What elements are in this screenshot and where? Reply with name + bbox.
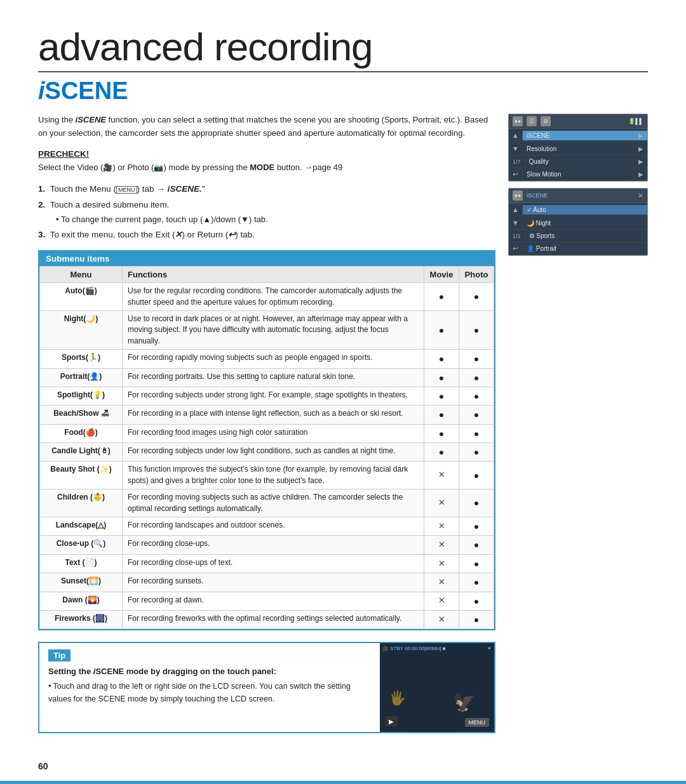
- page-subtitle: iSCENE: [38, 77, 648, 105]
- tip-cam-menu-btn: MENU: [465, 718, 490, 727]
- col-movie: Movie: [424, 267, 459, 283]
- table-row: Dawn (🌄)For recording at dawn.✕●: [40, 592, 494, 610]
- cam-panel-1: ●● ☰ ⚙ 🔋▌▌ ▲ iSCENE▶ ▼ Resolution▶ 1/7: [508, 114, 648, 182]
- precheck-text: Select the Video (🎥) or Photo (📷) mode b…: [38, 161, 495, 175]
- table-row: Landscape(△)For recording landscapes and…: [40, 517, 494, 536]
- table-row: Beauty Shot (✨)This function improves th…: [40, 462, 494, 489]
- col-functions: Functions: [123, 267, 424, 283]
- submenu-table: Menu Functions Movie Photo Auto(🎬)Use fo…: [39, 266, 494, 629]
- precheck-title: PRECHECK!: [38, 149, 495, 159]
- step-2: 2. Touch a desired submenu item.: [38, 198, 495, 213]
- table-row: Fireworks (🎆)For recording fireworks wit…: [40, 611, 494, 629]
- table-row: Portrait(👤)For recording portraits. Use …: [40, 368, 494, 387]
- step-3: 3. To exit the menu, touch the Exit (✕) …: [38, 228, 495, 243]
- precheck-section: PRECHECK! Select the Video (🎥) or Photo …: [38, 149, 495, 175]
- page-number: 60: [38, 761, 48, 771]
- tip-header: Tip: [48, 649, 71, 661]
- tip-text: • Touch and drag to the left or right si…: [48, 680, 371, 705]
- intro-text: Using the iSCENE function, you can selec…: [38, 114, 495, 140]
- step-1: 1. Touch the Menu (MENU) tab → iSCENE.": [38, 182, 495, 197]
- table-row: Children (👶)For recording moving subject…: [40, 489, 494, 517]
- tip-camera-mockup: 🎥 STBY 00:00:00 [80Min] ■ ✶ 🦅 🖐 ▶ MENU: [380, 643, 494, 732]
- steps-section: 1. Touch the Menu (MENU) tab → iSCENE." …: [38, 182, 495, 243]
- table-row: Sports(🏃)For recording rapidly moving su…: [40, 350, 494, 368]
- table-row: Night(🌙)Use to record in dark places or …: [40, 310, 494, 349]
- table-row: Sunset(🌅)For recording sunsets.✕●: [40, 573, 494, 592]
- bottom-line: [0, 781, 686, 784]
- table-row: Spotlight(💡)For recording subjects under…: [40, 387, 494, 405]
- submenu-header: Submenu items: [39, 251, 494, 266]
- col-menu: Menu: [40, 267, 123, 283]
- col-photo: Photo: [459, 267, 494, 283]
- tip-section: Tip Setting the iSCENE mode by dragging …: [38, 642, 495, 733]
- table-row: Beach/Show 🏖For recording in a place wit…: [40, 406, 494, 424]
- tip-cam-play-btn: ▶: [385, 716, 398, 727]
- page-title: advanced recording: [38, 25, 648, 72]
- tip-title: Setting the iSCENE mode by dragging on t…: [48, 667, 371, 676]
- table-row: Candle Light(🕯)For recording subjects un…: [40, 443, 494, 462]
- table-row: Food(🍎)For recording food images using h…: [40, 424, 494, 442]
- step-2-bullet: • To change the current page, touch up (…: [38, 213, 495, 227]
- cam-panel-2: ●● iSCENE ✕ ▲ ✓ Auto ▼ 🌙 Night 1/2 ⚙ Spo…: [508, 188, 648, 256]
- table-row: Close-up (🔍)For recording close-ups.✕●: [40, 536, 494, 554]
- submenu-section: Submenu items Menu Functions Movie Photo…: [38, 250, 495, 630]
- table-row: Auto(🎬)Use for the regular recording con…: [40, 283, 494, 311]
- table-row: Text (📄)For recording close-ups of text.…: [40, 554, 494, 573]
